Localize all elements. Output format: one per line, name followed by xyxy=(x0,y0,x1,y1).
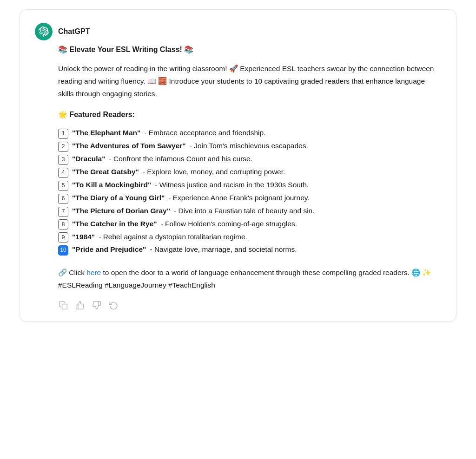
book-number-badge: 10 xyxy=(58,245,68,256)
book-title: "The Catcher in the Rye" xyxy=(72,217,157,230)
book-description: - Confront the infamous Count and his cu… xyxy=(109,152,252,165)
copy-button[interactable] xyxy=(58,300,68,310)
book-title: "Dracula" xyxy=(72,152,106,165)
book-title: "1984" xyxy=(72,230,95,243)
book-description: - Follow Holden's coming-of-age struggle… xyxy=(161,217,297,230)
list-item: 4"The Great Gatsby" - Explore love, mone… xyxy=(58,165,441,178)
intro-text: Unlock the power of reading in the writi… xyxy=(35,62,441,100)
list-item: 9"1984" - Rebel against a dystopian tota… xyxy=(58,230,441,243)
message-header: ChatGPT xyxy=(35,23,441,40)
book-description: - Explore love, money, and corrupting po… xyxy=(143,165,285,178)
book-title: "The Great Gatsby" xyxy=(72,165,139,178)
list-item: 1"The Elephant Man" - Embrace acceptance… xyxy=(58,126,441,139)
book-number-badge: 9 xyxy=(58,232,68,243)
book-number-badge: 8 xyxy=(58,219,68,230)
action-bar xyxy=(35,300,441,310)
book-title: "The Diary of a Young Girl" xyxy=(72,191,165,204)
book-description: - Join Tom's mischievous escapades. xyxy=(190,139,308,152)
list-item: 3"Dracula" - Confront the infamous Count… xyxy=(58,152,441,165)
chatgpt-avatar xyxy=(35,23,53,40)
book-number-badge: 6 xyxy=(58,194,68,204)
book-description: - Navigate love, marriage, and societal … xyxy=(150,243,297,256)
book-number-badge: 5 xyxy=(58,181,68,191)
svg-rect-0 xyxy=(62,304,67,309)
book-number-badge: 7 xyxy=(58,207,68,217)
book-description: - Experience Anne Frank's poignant journ… xyxy=(168,191,309,204)
list-item: 6"The Diary of a Young Girl" - Experienc… xyxy=(58,191,441,204)
thumbs-up-button[interactable] xyxy=(75,300,85,310)
book-description: - Dive into a Faustian tale of beauty an… xyxy=(174,204,314,217)
book-title: "The Elephant Man" xyxy=(72,126,140,139)
cta-text: 🔗 Click here to open the door to a world… xyxy=(35,266,441,291)
book-number-badge: 2 xyxy=(58,142,68,152)
book-title: "Pride and Prejudice" xyxy=(72,243,146,256)
book-number-badge: 1 xyxy=(58,129,68,139)
book-description: - Witness justice and racism in the 1930… xyxy=(155,178,309,191)
chatgpt-logo-icon xyxy=(39,26,49,37)
post-title: 📚 Elevate Your ESL Writing Class! 📚 xyxy=(35,45,441,54)
list-item: 5"To Kill a Mockingbird" - Witness justi… xyxy=(58,178,441,191)
chat-message-card: ChatGPT 📚 Elevate Your ESL Writing Class… xyxy=(20,9,456,322)
cta-link[interactable]: here xyxy=(86,269,101,276)
sender-name: ChatGPT xyxy=(58,27,90,36)
refresh-button[interactable] xyxy=(108,300,119,310)
book-number-badge: 4 xyxy=(58,168,68,178)
cta-suffix: to open the door to a world of language … xyxy=(58,269,431,289)
section-title: 🌟 Featured Readers: xyxy=(35,110,441,119)
book-title: "To Kill a Mockingbird" xyxy=(72,178,151,191)
book-number-badge: 3 xyxy=(58,155,68,165)
list-item: 7"The Picture of Dorian Gray" - Dive int… xyxy=(58,204,441,217)
book-title: "The Picture of Dorian Gray" xyxy=(72,204,170,217)
book-list: 1"The Elephant Man" - Embrace acceptance… xyxy=(35,126,441,256)
thumbs-down-button[interactable] xyxy=(92,300,102,310)
book-description: - Rebel against a dystopian totalitarian… xyxy=(99,230,247,243)
book-title: "The Adventures of Tom Sawyer" xyxy=(72,139,186,152)
book-description: - Embrace acceptance and friendship. xyxy=(144,126,265,139)
list-item: 2"The Adventures of Tom Sawyer" - Join T… xyxy=(58,139,441,152)
cta-prefix: 🔗 Click xyxy=(58,269,86,276)
list-item: 8"The Catcher in the Rye" - Follow Holde… xyxy=(58,217,441,230)
list-item: 10"Pride and Prejudice" - Navigate love,… xyxy=(58,243,441,256)
